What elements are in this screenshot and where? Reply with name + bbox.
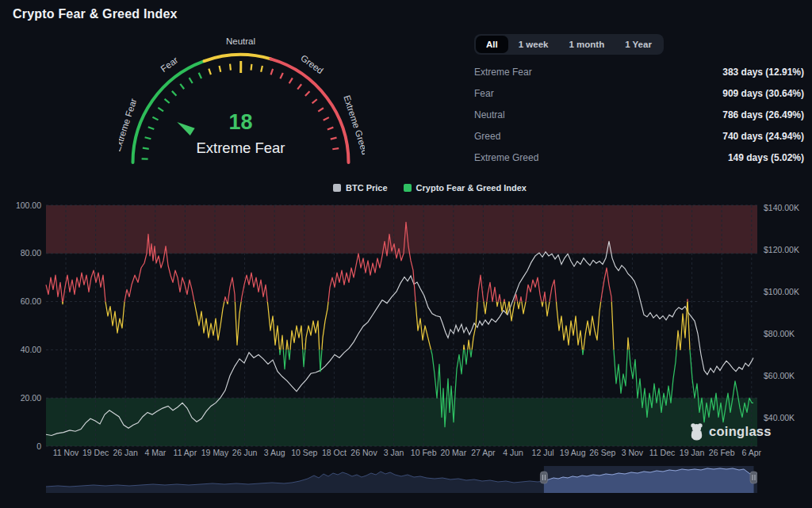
fear-greed-line-segment (542, 302, 543, 307)
gauge-tick (318, 108, 324, 111)
fear-greed-line-segment (290, 326, 303, 349)
tab-1-year[interactable]: 1 Year (615, 36, 662, 53)
fear-greed-line-segment (504, 300, 504, 302)
x-axis-label: 3 Jan (384, 448, 404, 457)
stat-row: Neutral786 days (26.49%) (474, 107, 804, 122)
x-axis-label: 19 Dec (82, 448, 109, 457)
fear-greed-line-segment (470, 349, 472, 357)
stat-row: Extreme Greed149 days (5.02%) (474, 150, 804, 165)
x-axis-label: 26 Jan (113, 448, 138, 457)
x-axis-label: 18 Oct (322, 448, 347, 457)
fear-greed-line-segment (228, 277, 235, 301)
gauge-tick (199, 73, 201, 78)
x-axis-label: 3 Aug (264, 448, 285, 457)
fear-greed-line-segment (46, 275, 63, 301)
fear-greed-line-segment (322, 302, 328, 350)
x-axis-label: 26 Feb (709, 448, 735, 457)
fear-greed-line-segment (63, 270, 105, 302)
x-axis-label: 12 Jul (532, 448, 554, 457)
fear-greed-line-segment (484, 302, 487, 314)
x-axis-label: 10 Feb (411, 448, 437, 457)
y-left-label: 80.00 (21, 248, 41, 258)
y-left-label: 40.00 (21, 345, 41, 354)
fear-greed-dashboard: Crypto Fear & Greed Index Extreme FearFe… (0, 0, 812, 508)
gauge-tick (332, 148, 339, 149)
fear-greed-line-segment (546, 302, 550, 316)
stat-row: Greed740 days (24.94%) (474, 128, 804, 143)
fear-greed-line-segment (194, 302, 224, 341)
fear-greed-line-segment (286, 340, 289, 349)
x-axis-label: 19 May (201, 448, 229, 457)
fear-greed-line-segment (543, 292, 546, 301)
gauge-zone-label: Extreme Greed (342, 94, 365, 156)
x-axis-label: 11 Nov (53, 448, 79, 457)
gauge-tick (289, 78, 293, 83)
gauge-tick (172, 91, 177, 96)
fear-greed-line-segment (468, 340, 470, 349)
green-zone-band (46, 398, 757, 446)
stat-row: Extreme Fear383 days (12.91%) (474, 64, 804, 79)
chart-legend: BTC PriceCrypto Fear & Greed Index (48, 183, 812, 193)
fear-greed-line-segment (611, 302, 614, 350)
fear-greed-line-segment (688, 302, 690, 350)
legend-label: Crypto Fear & Greed Index (416, 183, 527, 193)
tab-all[interactable]: All (476, 36, 508, 53)
y-right-label: $60.00K (764, 371, 795, 380)
fear-greed-line-segment (500, 302, 504, 311)
gauge-tick (148, 127, 154, 129)
stat-label: Neutral (474, 109, 505, 120)
y-left-label: 0 (36, 441, 41, 451)
fear-greed-line-segment (627, 338, 629, 349)
gauge-tick (271, 69, 274, 75)
legend-label: BTC Price (346, 183, 388, 193)
fear-greed-line-segment (303, 349, 305, 366)
x-axis-label: 26 Sep (589, 448, 615, 457)
x-axis-label: 11 Dec (649, 448, 676, 457)
legend-item-btc-price[interactable]: BTC Price (333, 183, 388, 193)
y-left-label: 20.00 (21, 393, 41, 403)
navigator-handle-left[interactable] (540, 472, 547, 483)
fear-greed-line-segment (63, 302, 63, 304)
stat-label: Extreme Fear (474, 67, 532, 78)
stats-list: Extreme Fear383 days (12.91%)Fear909 day… (474, 64, 804, 171)
fear-greed-line-segment (520, 297, 522, 302)
gauge-tick (209, 69, 211, 75)
gauge-tick (312, 99, 317, 103)
gauge-zone-label: Neutral (226, 36, 255, 46)
stat-value: 149 days (5.02%) (728, 152, 804, 163)
gauge-svg: Extreme FearFearNeutralGreedExtreme Gree… (119, 32, 365, 174)
x-axis-label: 3 Nov (622, 448, 644, 457)
tab-1-month[interactable]: 1 month (558, 36, 615, 53)
legend-item-crypto-fear-greed-index[interactable]: Crypto Fear & Greed Index (404, 183, 527, 193)
y-right-label: $80.00K (764, 329, 795, 338)
x-axis-label: 26 Jun (232, 448, 258, 457)
fear-greed-line-segment (614, 349, 627, 393)
tab-1-week[interactable]: 1 week (508, 36, 559, 53)
gauge-tick (280, 73, 282, 78)
x-axis-label: 10 Sep (291, 448, 317, 457)
stat-value: 786 days (26.49%) (722, 109, 804, 120)
navigator-handle-right[interactable] (750, 472, 757, 483)
fear-greed-line-segment (477, 275, 484, 301)
gauge-zone-label: Greed (299, 53, 325, 75)
stat-value: 383 days (12.91%) (722, 67, 804, 78)
gauge-needle (177, 122, 194, 136)
stat-label: Fear (474, 88, 494, 99)
coinglass-watermark: coinglass (688, 422, 772, 441)
chart-navigator[interactable] (46, 466, 757, 496)
fear-greed-line-segment (557, 302, 583, 350)
stat-row: Fear909 days (30.64%) (474, 86, 804, 101)
coinglass-bear-icon (688, 422, 705, 441)
fear-greed-line-segment (289, 349, 291, 359)
fear-greed-line-segment (526, 277, 542, 301)
gauge-tick (158, 108, 163, 111)
gauge-tick (305, 91, 310, 96)
fear-greed-line-segment (498, 295, 500, 302)
watermark-text: coinglass (709, 424, 772, 439)
gauge-tick (152, 117, 158, 120)
stat-value: 740 days (24.94%) (722, 131, 804, 142)
gauge-tick (331, 138, 337, 139)
fear-greed-line-segment (509, 302, 515, 321)
y-left-label: 60.00 (21, 296, 41, 306)
x-axis-label: 6 Apr (742, 448, 762, 457)
